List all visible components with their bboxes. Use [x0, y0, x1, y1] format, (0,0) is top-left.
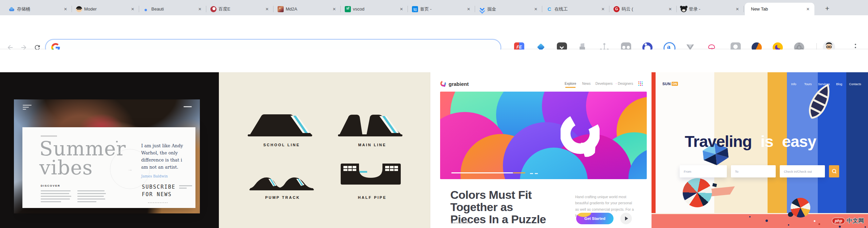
thumbnail-skatepark-icons[interactable]: SCHOOL LINE MAIN LINE PUMP TRACK HALF PI…: [219, 72, 430, 228]
hero-progress-accent: [513, 172, 525, 173]
tab-close-icon[interactable]: ✕: [62, 6, 69, 12]
subscribe-link[interactable]: SUBSCRIBE FOR NEWS: [142, 184, 175, 198]
travel-nav-tours[interactable]: Tours: [804, 82, 812, 86]
grabient-hero-image: [440, 92, 647, 179]
summer-title-line2: vibes: [39, 158, 93, 177]
pump-track-icon: [249, 174, 314, 190]
checkin-checkout-input[interactable]: [780, 165, 825, 177]
tab-active-New Tab[interactable]: New Tab✕: [745, 3, 814, 15]
tab-title: Md2A: [286, 6, 329, 12]
tab-Moder[interactable]: Moder✕: [72, 3, 139, 15]
juejin-favicon-icon: [479, 6, 485, 12]
hero-progress-track: [451, 172, 513, 173]
travel-nav-contacts[interactable]: Contacts: [849, 82, 861, 86]
travel-heading-word2: is: [760, 132, 773, 151]
tab-首页 -[interactable]: 首页 -✕: [408, 3, 475, 15]
thumbnail-summer-vibes[interactable]: Summer vibes → I am just like Andy Warho…: [0, 72, 219, 228]
summer-title-line1: Summer: [39, 139, 126, 158]
beach-strip: php 中文网: [652, 213, 868, 228]
arrow-icon: →: [128, 166, 133, 172]
tab-Beauti[interactable]: Beauti✕: [139, 3, 206, 15]
browser-window: 存储桶✕Moder✕Beauti✕百度E✕Md2A✕vscod✕首页 -✕掘金✕…: [0, 0, 868, 228]
quote-author-link[interactable]: James Baldwin: [141, 174, 168, 178]
tab-title: 码云 (: [622, 6, 665, 12]
tab-title: New Tab: [751, 6, 803, 12]
tab-掘金[interactable]: 掘金✕: [475, 3, 542, 15]
discover-label: DISCOVER: [41, 184, 60, 187]
cloud-favicon-icon: [9, 6, 15, 12]
beach-dot: [788, 224, 789, 226]
tab-close-icon[interactable]: ✕: [734, 6, 740, 12]
tab-title: 首页 -: [420, 6, 464, 12]
tab-close-icon[interactable]: ✕: [264, 6, 270, 12]
tab-在线工[interactable]: 在线工✕: [542, 3, 609, 15]
summer-card: Summer vibes → I am just like Andy Warho…: [22, 127, 195, 208]
mock-logo-bar: [23, 109, 26, 110]
tab-close-icon[interactable]: ✕: [533, 6, 539, 12]
mock-logo-bar: [23, 107, 29, 108]
travel-heading: Traveling is easy: [685, 132, 816, 151]
grabient-nav-developers[interactable]: Developers: [596, 82, 613, 86]
travel-nav-services[interactable]: Services: [818, 82, 830, 86]
quote-block: I am just like Andy Warhol, the only dif…: [141, 142, 194, 171]
quote-line: difference is that i: [141, 156, 194, 164]
subscribe-line: FOR NEWS: [142, 191, 175, 198]
play-button[interactable]: [620, 213, 632, 224]
tab-close-icon[interactable]: ✕: [600, 6, 606, 12]
tab-vscod[interactable]: vscod✕: [341, 3, 408, 15]
beach-dot: [749, 216, 751, 217]
tab-close-icon[interactable]: ✕: [466, 6, 472, 12]
quote-line: am not an artist.: [141, 164, 194, 171]
watermark-text: 中文网: [847, 217, 864, 225]
tab-close-icon[interactable]: ✕: [130, 6, 136, 12]
baidu-favicon-icon: [210, 6, 216, 12]
new-tab-button[interactable]: +: [823, 4, 832, 14]
search-button[interactable]: [829, 165, 839, 177]
get-started-button[interactable]: Get Started: [576, 213, 614, 224]
placeholder-paragraph: [77, 190, 106, 204]
tab-百度E[interactable]: 百度E✕: [206, 3, 273, 15]
tab-title: 在线工: [554, 6, 598, 12]
travel-nav-info[interactable]: Info: [791, 82, 796, 86]
tab-close-icon[interactable]: ✕: [331, 6, 337, 12]
thumbnail-grabient[interactable]: grabient ExploreNewsDevelopersDesigners: [430, 72, 652, 228]
beach-dot: [818, 223, 820, 225]
placeholder-text-bar: [41, 135, 57, 137]
hero-progress-ticks: [530, 173, 533, 174]
travel-heading-word3: easy: [782, 132, 816, 151]
tab-close-icon[interactable]: ✕: [197, 6, 203, 12]
tab-close-icon[interactable]: ✕: [667, 6, 673, 12]
php-cn-watermark: php 中文网: [832, 217, 864, 225]
tab-close-icon[interactable]: ✕: [398, 6, 404, 12]
tab-title: 登录 -: [689, 6, 732, 12]
grid-menu-icon[interactable]: [638, 81, 643, 86]
red-edge-strip: [652, 72, 656, 213]
grabient-nav-explore[interactable]: Explore: [565, 82, 576, 86]
beach-dot: [814, 220, 815, 222]
photo-favicon-icon: [278, 6, 284, 12]
cblue-favicon-icon: [546, 6, 552, 12]
tab-title: vscod: [353, 6, 396, 12]
thumbnail-traveling-is-easy[interactable]: SUN ON InfoToursServicesBlogContacts Tra…: [656, 72, 868, 213]
tab-title: 存储桶: [17, 6, 60, 12]
tab-title: Moder: [84, 6, 128, 12]
subscribe-line: SUBSCRIBE: [142, 184, 175, 191]
dot-favicon-icon: [143, 6, 149, 12]
tab-Md2A[interactable]: Md2A✕: [273, 3, 341, 15]
stripe-navy: [846, 72, 868, 213]
php-logo-badge: php: [832, 217, 845, 224]
placeholder-text-bar: [179, 185, 192, 190]
grabient-logo[interactable]: grabient: [440, 80, 469, 87]
sunon-logo[interactable]: SUN ON: [662, 82, 678, 86]
travel-nav-blog[interactable]: Blog: [836, 82, 842, 86]
tab-close-icon[interactable]: ✕: [805, 6, 811, 12]
to-input[interactable]: [731, 165, 776, 177]
skate-label-main-line: MAIN LINE: [358, 143, 386, 147]
grabient-nav-designers[interactable]: Designers: [616, 82, 633, 86]
grabient-nav-news[interactable]: News: [582, 82, 590, 86]
beach-dot: [865, 226, 866, 228]
tab-码云 ([interactable]: 码云 (✕: [609, 3, 677, 15]
from-input[interactable]: [680, 165, 727, 177]
tab-登录 -[interactable]: 登录 -✕: [677, 3, 744, 15]
tab-存储桶[interactable]: 存储桶✕: [5, 3, 72, 15]
